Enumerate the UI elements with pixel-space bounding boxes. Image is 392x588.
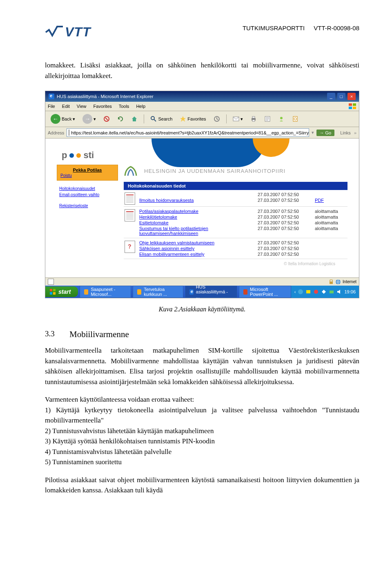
figure-caption: Kuva 2.Asiakkaan käyttöliittymä. [45, 306, 359, 313]
menu-view[interactable]: View [77, 104, 87, 109]
edit-button[interactable] [261, 114, 274, 123]
svg-rect-0 [349, 103, 352, 106]
intro-paragraph: lomakkeet. Lisäksi asiakkaat, joilla on … [45, 60, 359, 81]
body-step5: 5) Tunnistaminen suoritettu [45, 457, 359, 467]
sidelink-email[interactable]: Email-osoitteen vaihto [59, 192, 116, 197]
sidelink-hoito[interactable]: Hoitokokonaisuudet [59, 186, 116, 191]
tray-icon[interactable] [321, 289, 327, 295]
svg-rect-9 [252, 116, 255, 118]
svg-rect-24 [330, 291, 334, 293]
menu-file[interactable]: File [48, 104, 55, 109]
body-p2: Varmenteen käyttötilanteessa voidaan ero… [45, 394, 359, 405]
page-status-icon [48, 279, 54, 285]
task-powerpoint[interactable]: Microsoft PowerPoint ... [239, 286, 291, 298]
svg-rect-22 [306, 290, 310, 293]
svg-rect-18 [53, 289, 56, 291]
help-document-icon [125, 241, 135, 253]
url-field[interactable]: https://test.lomake.itella.net/a/ec/hus-… [67, 128, 309, 137]
back-button[interactable]: ← Back ▾ [48, 113, 78, 125]
tray-icon[interactable] [298, 289, 303, 295]
go-button[interactable]: → Go [316, 130, 335, 136]
start-button[interactable]: start [45, 286, 78, 297]
svg-rect-10 [252, 120, 255, 121]
page-content: p sti Pekka Potilas Poistu Hoitokokonais… [45, 139, 359, 277]
svg-rect-3 [353, 107, 356, 109]
taskbar: start Saapuneet - Microsof... Tervetuloa… [45, 286, 359, 298]
page-icon [69, 130, 69, 136]
svg-point-5 [151, 116, 154, 120]
internet-zone-icon [335, 279, 341, 285]
link-elisa[interactable]: Elisan mobiilivarmenteen esittely [139, 252, 258, 257]
document-icon [125, 209, 135, 221]
research-button[interactable] [289, 114, 301, 123]
tray-icon[interactable] [329, 289, 334, 295]
sidelink-rekisteri[interactable]: Rekisteriseloste [59, 203, 116, 208]
close-button[interactable]: × [347, 93, 356, 100]
logout-link[interactable]: Poistu [60, 173, 114, 178]
pdf-link[interactable]: PDF [315, 198, 324, 203]
screenshot-figure: HUS asiakasliittymä - Microsoft Internet… [45, 91, 359, 298]
svg-rect-2 [349, 107, 352, 109]
header-meta: TUTKIMUSRAPORTTI VTT-R-00098-08 [235, 25, 359, 31]
link-suostumus[interactable]: Suostumus tai kielto potilastietojen luo… [139, 226, 258, 236]
blue-arc-graphic [151, 139, 266, 167]
window-titlebar: HUS asiakasliittymä - Microsoft Internet… [45, 91, 359, 102]
toolbar: ← Back ▾ → ▾ Search Favorites ▾ [45, 111, 359, 127]
link-esitie[interactable]: Esitietolomake [139, 220, 258, 225]
messenger-button[interactable] [275, 114, 287, 123]
stop-button[interactable] [100, 114, 113, 123]
menu-tools[interactable]: Tools [119, 104, 129, 109]
page-header: VTT TUTKIMUSRAPORTTI VTT-R-00098-08 [45, 25, 359, 40]
svg-rect-20 [53, 292, 56, 295]
minimize-button[interactable]: _ [327, 93, 335, 100]
link-sahkoisen[interactable]: Sähköisen asioinnin esittely [139, 246, 258, 251]
link-ohje[interactable]: Ohje leikkaukseen valmistautumiseen [139, 240, 258, 245]
menu-favorites[interactable]: Favorites [94, 104, 112, 109]
svg-point-23 [314, 290, 318, 294]
history-button[interactable] [211, 114, 223, 123]
tray-icon[interactable] [305, 289, 311, 295]
link-henkilo[interactable]: Henkilötietolomake [139, 215, 258, 219]
menu-edit[interactable]: Edit [62, 104, 70, 109]
window-buttons: _ □ × [326, 93, 356, 100]
volume-icon[interactable] [336, 289, 342, 295]
system-tray: ‹ 19:06 [291, 286, 359, 298]
document-icon [125, 192, 135, 205]
windows-flag-icon [348, 103, 356, 110]
menu-help[interactable]: Help [136, 104, 145, 109]
print-button[interactable] [247, 114, 260, 123]
home-button[interactable] [128, 114, 140, 123]
hus-title: HELSINGIN JA UUDENMAAN SAIRAANHOITOPIIRI [144, 168, 285, 174]
link-potilas[interactable]: Potilas/asiakaspalautelomake [139, 209, 258, 214]
maximize-button[interactable]: □ [337, 93, 345, 100]
section-heading: 3.3 Mobiilivarmenne [45, 329, 359, 340]
refresh-button[interactable] [114, 114, 127, 123]
copyright-note: © Itella Information Logistics [124, 259, 347, 274]
task-outlook[interactable]: Saapuneet - Microsof... [80, 286, 131, 298]
main-panel: HELSINGIN JA UUDENMAAN SAIRAANHOITOPIIRI… [124, 165, 347, 274]
body-p1: Mobiilivarmenteella tarkoitetaan matkapu… [45, 345, 359, 387]
task-ie-active[interactable]: HUS asiakasliittymä - ... [185, 286, 237, 298]
mail-button[interactable]: ▾ [230, 114, 246, 123]
links-button[interactable]: Links [340, 130, 351, 135]
user-name[interactable]: Pekka Potilas [60, 168, 114, 172]
body-step4: 4) Tunnistamisvahvistus lähetetään palve… [45, 447, 359, 457]
task-folder[interactable]: Tervetuloa kurkkuun ... [133, 286, 183, 298]
lock-icon [329, 279, 334, 284]
forward-button[interactable]: → ▾ [80, 113, 99, 125]
svg-rect-1 [353, 103, 356, 106]
svg-rect-15 [330, 282, 333, 284]
body-step2: 2) Tunnistusvahvistus lähetetään käyttäj… [45, 426, 359, 436]
user-box: Pekka Potilas Poistu [57, 165, 118, 181]
tray-icon[interactable] [313, 289, 319, 295]
search-button[interactable]: Search [147, 114, 175, 123]
panel-title: Hoitokokonaisuuden tiedot [124, 182, 347, 190]
link-ilmoitus[interactable]: Ilmoitus hoidonvarauksesta [139, 198, 258, 203]
body-step3: 3) Käyttäjä syöttää henkilökohtaisen tun… [45, 436, 359, 447]
menu-bar: File Edit View Favorites Tools Help [45, 102, 359, 111]
hus-logo-icon [124, 165, 138, 177]
clock[interactable]: 19:06 [344, 289, 356, 294]
vtt-logo: VTT [45, 25, 91, 40]
favorites-button[interactable]: Favorites [177, 114, 209, 123]
body-step1: 1) Käyttäjä kytkeytyy tietokoneella asio… [45, 405, 359, 426]
